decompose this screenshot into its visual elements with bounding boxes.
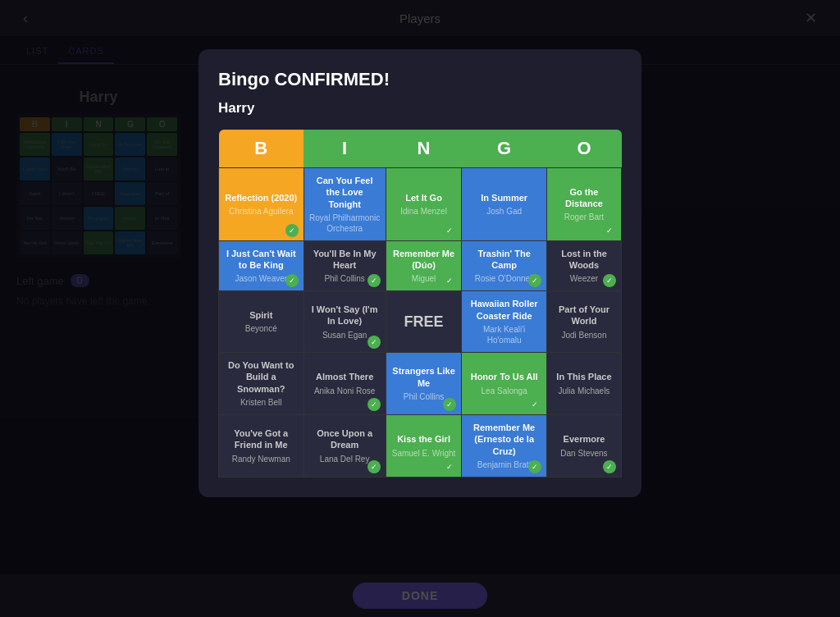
check-mark: ✓ [528, 398, 541, 411]
cell-r3-c3: Honor To Us All Lea Salonga ✓ [462, 353, 547, 415]
cell-r2-c4: Part of Your World Jodi Benson [546, 291, 621, 353]
cell-r0-c1: Can You Feel the Love Tonight Royal Phil… [304, 168, 386, 241]
cell-r4-c4: Evermore Dan Stevens ✓ [546, 414, 621, 477]
header-o: O [546, 130, 621, 168]
cell-r0-c0: Reflection (2020) Christina Aguilera ✓ [219, 168, 304, 241]
cell-r1-c0: I Just Can't Wait to Be King Jason Weave… [219, 240, 304, 291]
cell-r3-c1: Almost There Anika Noni Rose ✓ [304, 353, 386, 415]
check-mark: ✓ [443, 274, 456, 287]
check-mark: ✓ [528, 274, 541, 287]
modal-title: Bingo CONFIRMED! [218, 69, 622, 90]
check-mark: ✓ [285, 224, 299, 237]
check-mark: ✓ [443, 224, 456, 237]
check-mark: ✓ [603, 274, 616, 287]
cell-r0-c3: In Summer Josh Gad [462, 168, 547, 241]
cell-r0-c4: Go the Distance Roger Bart ✓ [546, 168, 621, 241]
modal-overlay: Bingo CONFIRMED! Harry B I N G O Reflect… [0, 0, 840, 617]
modal: Bingo CONFIRMED! Harry B I N G O Reflect… [199, 49, 641, 497]
cell-r1-c3: Trashin' The Camp Rosie O'Donnell ✓ [462, 240, 547, 291]
cell-r2-c1: I Won't Say (I'm In Love) Susan Egan ✓ [304, 291, 386, 353]
cell-r4-c3: Remember Me (Ernesto de la Cruz) Benjami… [462, 414, 547, 477]
modal-player-name: Harry [218, 100, 622, 117]
check-mark: ✓ [368, 336, 381, 349]
cell-r1-c1: You'll Be In My Heart Phil Collins ✓ [304, 240, 386, 291]
cell-r1-c4: Lost in the Woods Weezer ✓ [546, 240, 621, 291]
header-n: N [386, 130, 462, 168]
cell-r2-c0: Spirit Beyoncé [219, 291, 304, 353]
check-mark: ✓ [443, 460, 456, 473]
header-g: G [462, 130, 547, 168]
cell-r2-c3: Hawaiian Roller Coaster Ride Mark Keali'… [462, 291, 547, 353]
cell-r4-c1: Once Upon a Dream Lana Del Rey ✓ [304, 414, 386, 477]
check-mark: ✓ [285, 274, 299, 287]
cell-r1-c2: Remember Me (Dúo) Miguel ✓ [386, 240, 462, 291]
check-mark: ✓ [368, 460, 381, 473]
check-mark: ✓ [603, 224, 616, 237]
cell-r4-c0: You've Got a Friend in Me Randy Newman [219, 414, 304, 477]
check-mark: ✓ [368, 398, 381, 411]
check-mark: ✓ [603, 460, 616, 473]
cell-r4-c2: Kiss the Girl Samuel E. Wright ✓ [386, 414, 462, 477]
cell-r3-c0: Do You Want to Build a Snowman? Kristen … [219, 353, 304, 415]
cell-r2-c2: FREE [386, 291, 462, 353]
check-mark: ✓ [368, 274, 381, 287]
header-b: B [219, 130, 304, 168]
header-i: I [304, 130, 386, 168]
bingo-card: B I N G O Reflection (2020) Christina Ag… [218, 130, 622, 478]
check-mark: ✓ [528, 460, 541, 473]
check-mark: ✓ [443, 398, 456, 411]
cell-r0-c2: Let It Go Idina Menzel ✓ [386, 168, 462, 241]
cell-r3-c2: Strangers Like Me Phil Collins ✓ [386, 353, 462, 415]
cell-r3-c4: In This Place Julia Michaels [546, 353, 621, 415]
